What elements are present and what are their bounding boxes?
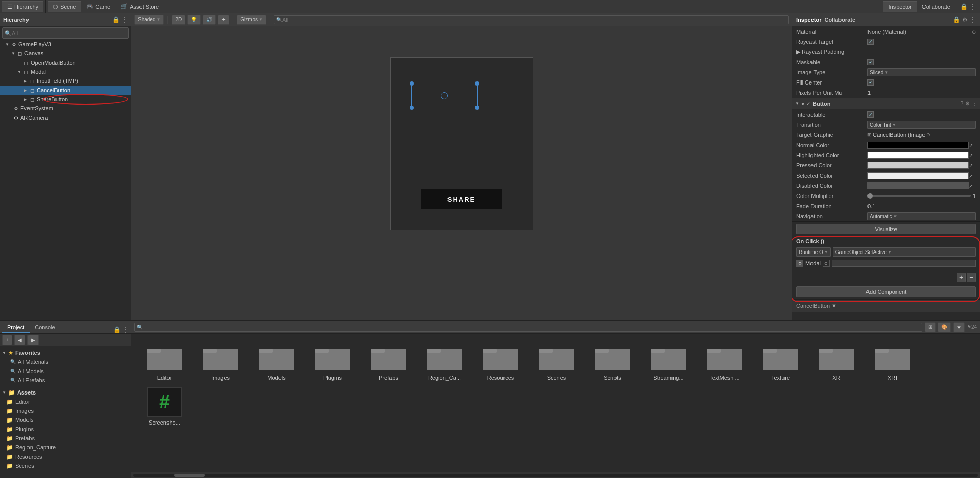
visualize-button[interactable]: Visualize	[796, 224, 976, 234]
assets-plugins[interactable]: 📁 Plugins	[4, 425, 131, 434]
tree-item-eventsystem[interactable]: ⚙ EventSystem	[0, 104, 131, 113]
asset-filter2[interactable]: 🎨	[938, 322, 951, 332]
function-dropdown[interactable]: GameObject.SetActive ▼	[833, 247, 976, 257]
tree-item-sharebutton[interactable]: ▶ ◻ ShareButton	[0, 95, 131, 104]
selected-color-expand[interactable]: ↗	[969, 172, 976, 179]
console-tab[interactable]: Console	[30, 322, 60, 333]
button-more-icon[interactable]: ⋮	[972, 101, 977, 106]
asset-region-ca[interactable]: Region_Ca...	[416, 339, 472, 384]
fav-all-prefabs[interactable]: 🔍 All Prefabs	[0, 376, 131, 385]
nav-back[interactable]: ◀	[14, 335, 25, 345]
raycast-target-checkbox[interactable]: ✓	[867, 39, 874, 45]
bottom-more[interactable]: ⋮	[123, 326, 129, 333]
scene-search[interactable]: 🔍	[274, 15, 789, 24]
tree-item-canvas[interactable]: ▼ ◻ Canvas	[0, 49, 131, 58]
transition-dropdown[interactable]: Color Tint ▼	[867, 121, 976, 129]
boolean-field[interactable]	[832, 260, 976, 267]
asset-search-input[interactable]	[143, 324, 920, 330]
asset-search-bar[interactable]: 🔍	[134, 323, 922, 332]
asset-scenes[interactable]: Scenes	[528, 339, 584, 384]
disabled-color-expand[interactable]: ↗	[969, 182, 976, 189]
assets-images[interactable]: 📁 Images	[4, 406, 131, 415]
modal-target-dot[interactable]: ⊙	[823, 260, 830, 267]
button-help-icon[interactable]: ?	[960, 101, 963, 106]
pressed-color-expand[interactable]: ↗	[969, 162, 976, 169]
asset-models[interactable]: Models	[248, 339, 304, 384]
fav-all-materials[interactable]: 🔍 All Materials	[0, 357, 131, 367]
add-asset-button[interactable]: +	[2, 335, 12, 345]
asset-star[interactable]: ★	[953, 322, 965, 332]
shaded-dropdown[interactable]: Shaded ▼	[134, 15, 164, 25]
handle-bl[interactable]	[410, 106, 414, 110]
navigation-dropdown[interactable]: Automatic ▼	[867, 212, 976, 220]
runtime-dropdown[interactable]: Runtime O ▼	[796, 247, 831, 257]
maskable-checkbox[interactable]: ✓	[867, 59, 874, 65]
asset-editor[interactable]: Editor	[136, 339, 192, 384]
normal-color-expand[interactable]: ↗	[969, 142, 976, 149]
add-onclick-button[interactable]: +	[957, 273, 966, 282]
tree-item-openmodal[interactable]: ◻ OpenModalButton	[0, 58, 131, 67]
favorites-header[interactable]: ▼ ★ Favorites	[0, 348, 131, 357]
pressed-color-swatch[interactable]	[867, 162, 969, 169]
tree-item-cancelbutton[interactable]: ▶ ◻ CancelButton	[0, 86, 131, 95]
nav-forward[interactable]: ▶	[27, 335, 39, 345]
asset-resources[interactable]: Resources	[472, 339, 528, 384]
more-options-button[interactable]: ⋮	[970, 3, 976, 10]
asset-filter1[interactable]: ⊞	[925, 322, 936, 332]
collaborate-tab-label2[interactable]: Collaborate	[825, 17, 856, 23]
button-section-header[interactable]: ▼ ● ✓ Button ? ⚙ ⋮	[792, 98, 980, 109]
asset-textmesh[interactable]: TextMesh ...	[696, 339, 752, 384]
hierarchy-more-button[interactable]: ⋮	[122, 16, 128, 23]
handle-br[interactable]	[475, 106, 479, 110]
audio-button[interactable]: 🔊	[203, 15, 216, 25]
tree-item-modal[interactable]: ▼ ◻ Modal	[0, 67, 131, 76]
asset-xr[interactable]: XR	[808, 339, 864, 384]
scene-search-input[interactable]	[282, 17, 786, 23]
tree-item-inputfield[interactable]: ▶ ◻ InputField (TMP)	[0, 76, 131, 86]
inspector-tab-label[interactable]: Inspector	[796, 17, 822, 23]
tab-hierarchy[interactable]: ☰ Hierarchy	[2, 1, 43, 12]
scrollbar-thumb[interactable]	[174, 474, 205, 477]
tab-scene[interactable]: ⬡ Scene	[48, 1, 81, 12]
asset-prefabs[interactable]: Prefabs	[360, 339, 416, 384]
disabled-color-swatch[interactable]	[867, 182, 969, 189]
button-settings-icon[interactable]: ⚙	[965, 101, 970, 106]
hierarchy-lock-button[interactable]: 🔒	[112, 16, 120, 23]
bottom-scrollbar[interactable]	[131, 472, 980, 478]
2d-button[interactable]: 2D	[172, 15, 185, 25]
bottom-lock[interactable]: 🔒	[113, 326, 121, 333]
tab-collaborate[interactable]: Collaborate	[917, 1, 956, 12]
asset-xri[interactable]: XRI	[864, 339, 920, 384]
tab-asset-store[interactable]: 🛒 Asset Store	[116, 1, 164, 12]
interactable-checkbox[interactable]: ✓	[867, 111, 874, 118]
highlighted-color-expand[interactable]: ↗	[969, 152, 976, 159]
assets-prefabs[interactable]: 📁 Prefabs	[4, 434, 131, 443]
tab-inspector[interactable]: Inspector	[883, 1, 916, 12]
gizmos-dropdown[interactable]: Gizmos ▼	[237, 15, 266, 25]
asset-streaming[interactable]: Streaming...	[640, 339, 696, 384]
inspector-settings[interactable]: ⚙	[962, 16, 968, 23]
target-graphic-dot[interactable]: ⊙	[926, 132, 930, 137]
asset-scripts[interactable]: Scripts	[584, 339, 640, 384]
remove-onclick-button[interactable]: −	[967, 273, 976, 282]
hierarchy-search-input[interactable]	[12, 30, 126, 36]
assets-resources[interactable]: 📁 Resources	[4, 452, 131, 461]
normal-color-swatch[interactable]	[867, 142, 969, 149]
color-multiplier-thumb[interactable]	[867, 193, 873, 199]
lock-button[interactable]: 🔒	[960, 3, 968, 10]
fill-center-checkbox[interactable]: ✓	[867, 79, 874, 86]
selected-color-swatch[interactable]	[867, 172, 969, 179]
tree-item-gameplayv3[interactable]: ▼ ⚙ GamePlayV3	[0, 40, 131, 49]
effects-button[interactable]: ✦	[218, 15, 229, 25]
scene-viewport[interactable]: SHARE	[131, 26, 792, 320]
color-multiplier-slider[interactable]	[867, 195, 971, 197]
asset-screenshot[interactable]: # Screensho...	[136, 384, 192, 429]
inspector-more[interactable]: ⋮	[970, 16, 976, 23]
handle-tl[interactable]	[410, 81, 414, 86]
tab-game[interactable]: 🎮 Game	[81, 1, 116, 12]
tree-item-arcamera[interactable]: ⚙ ARCamera	[0, 113, 131, 122]
lights-button[interactable]: 💡	[187, 15, 201, 25]
add-component-button[interactable]: Add Component	[796, 286, 976, 297]
image-type-dropdown[interactable]: Sliced ▼	[867, 68, 976, 76]
assets-header[interactable]: ▼ 📁 Assets	[0, 388, 131, 397]
